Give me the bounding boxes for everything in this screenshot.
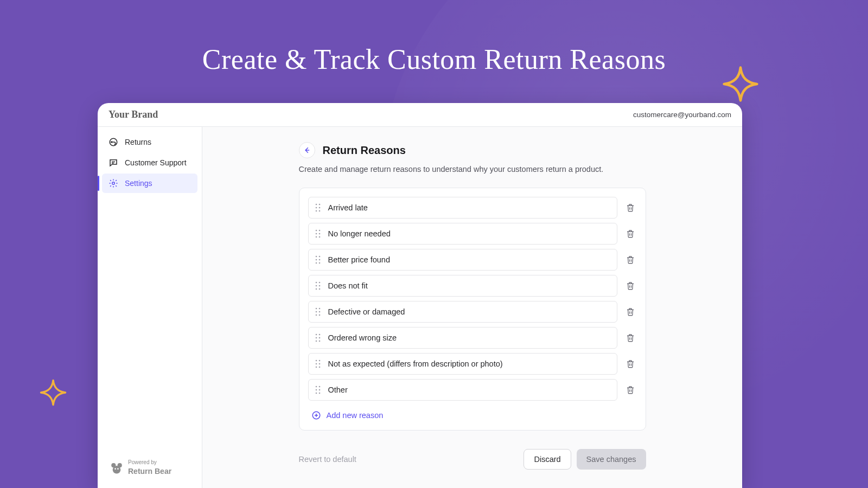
reason-row: Does not fit — [308, 275, 637, 297]
svg-point-48 — [318, 367, 320, 368]
plus-circle-icon — [311, 410, 321, 420]
discard-button[interactable]: Discard — [524, 449, 571, 470]
drag-handle-icon[interactable] — [315, 307, 322, 316]
reason-text: Better price found — [328, 255, 390, 264]
delete-reason-button[interactable] — [624, 331, 637, 344]
reason-row: Other — [308, 379, 637, 401]
arrow-left-icon — [303, 146, 311, 154]
svg-point-23 — [315, 262, 317, 264]
add-reason-label: Add new reason — [327, 411, 384, 420]
account-email[interactable]: customercare@yourband.com — [633, 111, 731, 119]
drag-handle-icon[interactable] — [315, 229, 322, 238]
svg-point-7 — [315, 204, 317, 206]
page-title: Return Reasons — [323, 144, 406, 157]
delete-reason-button[interactable] — [624, 227, 637, 240]
sidebar-item-support[interactable]: Customer Support — [102, 153, 197, 172]
svg-point-13 — [315, 230, 317, 232]
reason-input[interactable]: No longer needed — [308, 223, 617, 245]
svg-point-53 — [315, 393, 317, 394]
svg-point-19 — [315, 256, 317, 258]
svg-point-21 — [315, 259, 317, 261]
reason-row: Ordered wrong size — [308, 327, 637, 349]
reason-input[interactable]: Not as expected (differs from descriptio… — [308, 353, 617, 375]
chat-icon — [108, 158, 118, 168]
svg-point-15 — [315, 233, 317, 235]
svg-point-38 — [318, 334, 320, 336]
svg-point-11 — [315, 210, 317, 212]
svg-point-49 — [315, 386, 317, 388]
reason-input[interactable]: Defective or damaged — [308, 301, 617, 323]
delete-reason-button[interactable] — [624, 383, 637, 396]
drag-handle-icon[interactable] — [315, 386, 322, 394]
delete-reason-button[interactable] — [624, 279, 637, 292]
add-reason-button[interactable]: Add new reason — [308, 407, 637, 421]
main-content: Return Reasons Create and manage return … — [202, 127, 742, 488]
sidebar-item-label: Settings — [125, 179, 152, 188]
svg-point-17 — [315, 236, 317, 238]
svg-point-30 — [318, 288, 320, 290]
reason-text: Other — [328, 386, 348, 394]
trash-icon — [626, 359, 635, 369]
svg-point-33 — [315, 311, 317, 313]
svg-point-40 — [318, 337, 320, 339]
sidebar-nav: Returns Customer Support Settings — [102, 132, 197, 193]
delete-reason-button[interactable] — [624, 305, 637, 318]
svg-point-34 — [318, 311, 320, 313]
reason-text: Ordered wrong size — [328, 333, 397, 342]
reason-text: Does not fit — [328, 281, 368, 290]
svg-point-46 — [318, 363, 320, 365]
reason-text: Defective or damaged — [328, 307, 405, 316]
returnbear-logo-icon — [110, 461, 124, 475]
svg-point-16 — [318, 233, 320, 235]
powered-by-name: Return Bear — [128, 467, 171, 476]
reason-input[interactable]: Better price found — [308, 249, 617, 271]
svg-point-10 — [318, 207, 320, 209]
app-window: Your Brand customercare@yourband.com Ret… — [98, 103, 742, 488]
sidebar-item-settings[interactable]: Settings — [102, 174, 197, 193]
svg-point-12 — [318, 210, 320, 212]
svg-point-28 — [318, 285, 320, 287]
trash-icon — [626, 333, 635, 343]
trash-icon — [626, 385, 635, 395]
drag-handle-icon[interactable] — [315, 359, 322, 368]
revert-link[interactable]: Revert to default — [299, 455, 356, 464]
drag-handle-icon[interactable] — [315, 333, 322, 342]
svg-point-6 — [117, 468, 119, 470]
sidebar: Returns Customer Support Settings — [98, 127, 202, 488]
svg-point-9 — [315, 207, 317, 209]
powered-by: Powered by Return Bear — [102, 455, 197, 483]
reason-input[interactable]: Arrived late — [308, 197, 617, 219]
svg-point-20 — [318, 256, 320, 258]
back-button[interactable] — [299, 142, 315, 158]
svg-point-44 — [318, 360, 320, 362]
svg-point-31 — [315, 308, 317, 310]
svg-point-36 — [318, 314, 320, 316]
trash-icon — [626, 229, 635, 239]
returns-icon — [108, 137, 118, 147]
reasons-card: Arrived lateNo longer neededBetter price… — [299, 188, 646, 431]
svg-point-4 — [113, 466, 121, 474]
drag-handle-icon[interactable] — [315, 203, 322, 212]
reason-input[interactable]: Does not fit — [308, 275, 617, 297]
svg-point-1 — [112, 182, 115, 185]
reason-input[interactable]: Other — [308, 379, 617, 401]
save-button[interactable]: Save changes — [577, 449, 646, 470]
app-header: Your Brand customercare@yourband.com — [98, 103, 742, 127]
brand-logo: Your Brand — [108, 109, 158, 120]
drag-handle-icon[interactable] — [315, 281, 322, 290]
delete-reason-button[interactable] — [624, 201, 637, 214]
delete-reason-button[interactable] — [624, 357, 637, 370]
reason-row: No longer needed — [308, 223, 637, 245]
sidebar-item-returns[interactable]: Returns — [102, 132, 197, 152]
reason-input[interactable]: Ordered wrong size — [308, 327, 617, 349]
powered-by-label: Powered by — [128, 460, 171, 465]
drag-handle-icon[interactable] — [315, 255, 322, 264]
svg-point-35 — [315, 314, 317, 316]
form-footer: Revert to default Discard Save changes — [299, 449, 646, 486]
reason-row: Arrived late — [308, 197, 637, 219]
sparkle-icon — [39, 378, 67, 407]
sidebar-item-label: Returns — [125, 138, 151, 146]
svg-point-54 — [318, 393, 320, 394]
svg-point-50 — [318, 386, 320, 388]
delete-reason-button[interactable] — [624, 253, 637, 266]
